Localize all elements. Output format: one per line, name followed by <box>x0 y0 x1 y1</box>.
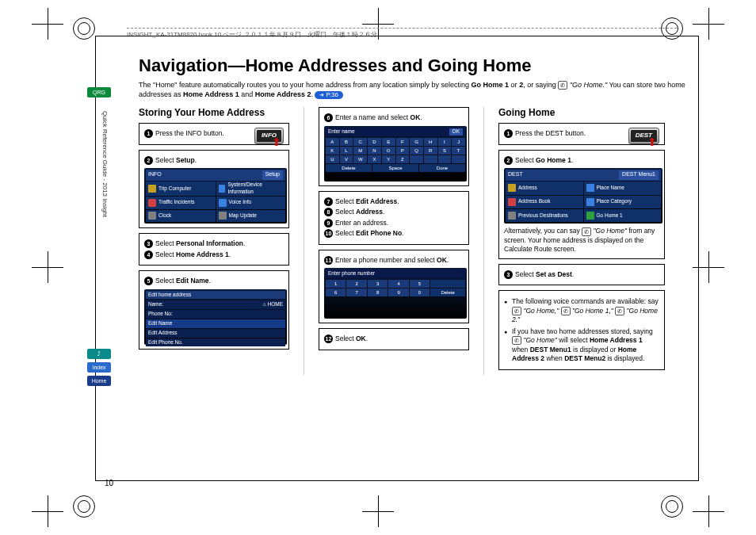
dest-cell: Place Category <box>584 196 662 208</box>
storing-heading: Storing Your Home Address <box>139 107 289 118</box>
screen-menu: DEST Menu1 <box>619 170 659 180</box>
intro-bold: Home Address 1 <box>183 90 239 98</box>
edit-row: Edit Address <box>146 329 285 338</box>
alt-text: Alternatively, you can say ✆ "Go Home" f… <box>504 227 659 254</box>
crop-mark <box>693 8 724 40</box>
phone-key <box>430 280 465 288</box>
crop-mark <box>362 495 394 527</box>
page-content: Navigation—Home Addresses and Going Home… <box>139 55 685 375</box>
edit-row: Phone No: <box>146 310 285 319</box>
dest-cell: Address Book <box>506 196 583 208</box>
edit-row: Edit Name <box>146 319 285 328</box>
screen-title: DEST <box>508 170 523 180</box>
screen-title: Enter name <box>328 128 355 136</box>
step-number-icon: 3 <box>144 239 153 248</box>
step-number-icon: 1 <box>504 129 513 138</box>
note-bullet: If you have two home addresses stored, s… <box>504 327 659 364</box>
keyboard-grid: ABCDEFGHIJ KLMNOPQRST UVWXYZ <box>326 138 465 163</box>
gh-step-box-1: DEST ⬆ 1Press the DEST button. <box>498 123 665 144</box>
intro-text: or <box>509 81 519 89</box>
voice-icon: ✆ <box>512 336 521 345</box>
step-box-5: 5Select Edit Name. Edit home address Nam… <box>139 270 289 349</box>
note-bullet: The following voice commands are availab… <box>504 297 659 324</box>
kbd-space: Space <box>372 164 418 172</box>
step-number-icon: 9 <box>324 219 333 227</box>
crop-mark <box>693 495 724 527</box>
step-box-3-4: 3Select Personal Information. 4Select Ho… <box>139 233 289 266</box>
voice-icon: ✆ <box>615 307 624 315</box>
ok-label: OK <box>449 128 463 136</box>
step-box-6: 6Enter a name and select OK. Enter nameO… <box>319 107 469 185</box>
page-number: 10 <box>105 479 113 487</box>
intro-quote: "Go Home." <box>570 81 607 89</box>
page-ref-pill[interactable]: P.36 <box>315 91 342 99</box>
info-cell: System/Device Information <box>216 182 286 196</box>
registration-target <box>73 17 95 40</box>
step-number-icon: 2 <box>144 156 153 165</box>
columns: Storing Your Home Address INFO ⬆ 1Press … <box>139 107 685 375</box>
gh-step-box-3: 3Select Set as Dest. <box>498 264 665 285</box>
step-number-icon: 8 <box>324 208 333 216</box>
step-text: Select Address. <box>335 208 464 216</box>
intro-bold: Home Address 2 <box>255 90 311 98</box>
going-home-heading: Going Home <box>498 107 665 118</box>
dest-hardware-button: DEST ⬆ <box>628 128 659 144</box>
step-text: Select Home Address 1. <box>155 250 284 259</box>
step-text: Select Edit Phone No. <box>335 229 464 238</box>
dest-cell: Place Name <box>584 182 662 194</box>
column-divider <box>483 107 484 375</box>
registration-target <box>73 495 95 518</box>
step-text: Enter a phone number and select OK. <box>335 256 464 265</box>
info-hardware-button: INFO ⬆ <box>254 128 284 144</box>
tab-qrg[interactable]: QRG <box>87 87 111 97</box>
step-text: Select Edit Address. <box>335 197 464 206</box>
page-intro: The "Home" feature automatically routes … <box>139 81 685 99</box>
dest-cell: Previous Destinations <box>506 209 583 222</box>
tab-home[interactable]: Home <box>87 376 111 386</box>
dest-screen-mock: DESTDEST Menu1 Address Place Name Addres… <box>504 168 662 224</box>
step-box-1: INFO ⬆ 1Press the INFO button. <box>139 123 289 144</box>
info-screen-mock: INFOSetup Trip Computer System/Device In… <box>144 168 287 224</box>
voice-icon: ✆ <box>558 81 567 90</box>
step-text: Select Set as Dest. <box>515 270 659 279</box>
step-number-icon: 2 <box>504 156 513 165</box>
step-number-icon: 12 <box>324 334 333 343</box>
step-number-icon: 10 <box>324 229 333 238</box>
dest-cell: Address <box>506 182 583 194</box>
intro-text: and <box>239 90 255 98</box>
step-number-icon: 4 <box>144 250 153 259</box>
edit-row: Edit Phone No. <box>146 338 285 347</box>
step-number-icon: 5 <box>144 277 153 285</box>
side-label: Quick Reference Guide - 2013 Insight <box>101 111 109 217</box>
screen-title: Edit home address <box>146 291 285 300</box>
dest-cell: Go Home 1 <box>584 209 662 222</box>
tab-index[interactable]: Index <box>87 362 111 373</box>
column-storing-1: Storing Your Home Address INFO ⬆ 1Press … <box>139 107 289 375</box>
intro-text: The "Home" feature automatically routes … <box>139 81 472 89</box>
step-number-icon: 1 <box>144 129 153 138</box>
step-text: Select Edit Name. <box>155 277 284 285</box>
intro-bold: Go Home 1 <box>472 81 510 89</box>
voice-icon: ✆ <box>512 307 521 315</box>
step-box-2: 2Select Setup. INFOSetup Trip Computer S… <box>139 150 289 228</box>
step-text: Select Personal Information. <box>155 239 284 248</box>
registration-target <box>661 495 683 518</box>
info-cell: Map Update <box>216 210 286 223</box>
phone-delete: Delete <box>430 289 465 296</box>
step-number-icon: 7 <box>324 197 333 206</box>
kbd-delete: Delete <box>326 164 372 172</box>
arrow-icon: ⬆ <box>647 135 657 150</box>
step-text: Select OK. <box>335 334 464 343</box>
step-text: Press the INFO button. <box>155 129 254 138</box>
side-tabs-upper: QRG <box>87 87 111 101</box>
screen-title: Enter phone number <box>326 269 465 278</box>
page-title: Navigation—Home Addresses and Going Home <box>139 55 685 76</box>
gh-notes-box: The following voice commands are availab… <box>498 290 665 370</box>
step-number-icon: 6 <box>324 113 333 122</box>
step-number-icon: 3 <box>504 270 513 279</box>
intro-text: , or saying <box>523 81 558 89</box>
side-tabs-lower: ⤴ Index Home <box>87 349 111 389</box>
column-divider <box>304 107 304 375</box>
tab-voice[interactable]: ⤴ <box>87 349 111 359</box>
step-box-11: 11Enter a phone number and select OK. En… <box>319 250 469 323</box>
